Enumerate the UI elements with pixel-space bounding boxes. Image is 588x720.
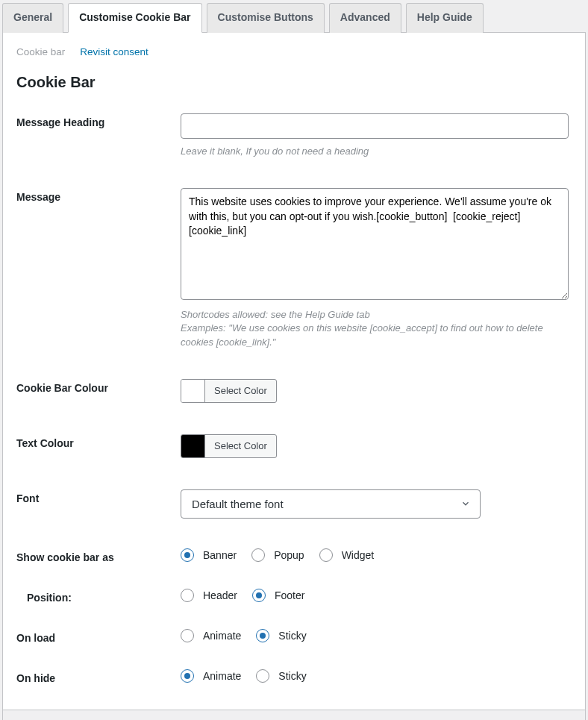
cookie-bar-colour-button-text: Select Color xyxy=(205,380,276,402)
radio-onhide-sticky[interactable] xyxy=(256,669,269,683)
radio-popup-label[interactable]: Popup xyxy=(274,549,304,561)
font-label: Font xyxy=(16,489,181,504)
position-label: Position: xyxy=(16,589,181,604)
message-textarea[interactable] xyxy=(181,188,569,300)
on-load-label: On load xyxy=(16,629,181,644)
radio-onload-animate-label[interactable]: Animate xyxy=(203,630,241,642)
radio-header[interactable] xyxy=(181,589,194,602)
message-heading-label: Message Heading xyxy=(16,113,181,128)
text-colour-label: Text Colour xyxy=(16,434,181,449)
message-heading-help: Leave it blank, If you do not need a hea… xyxy=(181,145,569,158)
subtab-cookie-bar[interactable]: Cookie bar xyxy=(16,46,65,57)
tab-customise-buttons[interactable]: Customise Buttons xyxy=(207,3,325,33)
message-label: Message xyxy=(16,188,181,203)
cookie-bar-colour-label: Cookie Bar Colour xyxy=(16,379,181,394)
radio-onhide-animate[interactable] xyxy=(181,669,194,683)
font-selected-value: Default theme font xyxy=(192,498,284,510)
radio-onhide-animate-label[interactable]: Animate xyxy=(203,670,241,682)
cookie-bar-colour-swatch xyxy=(181,380,205,402)
radio-widget[interactable] xyxy=(319,548,333,562)
radio-onhide-sticky-label[interactable]: Sticky xyxy=(278,670,306,682)
radio-footer-label[interactable]: Footer xyxy=(275,589,304,601)
main-tabs: General Customise Cookie Bar Customise B… xyxy=(0,0,588,32)
radio-onload-sticky-label[interactable]: Sticky xyxy=(278,630,306,642)
chevron-down-icon xyxy=(460,498,471,509)
subtab-revisit-consent[interactable]: Revisit consent xyxy=(80,46,148,57)
message-help: Shortcodes allowed: see the Help Guide t… xyxy=(181,308,569,349)
radio-popup[interactable] xyxy=(251,548,265,562)
radio-banner[interactable] xyxy=(181,548,194,562)
tab-advanced[interactable]: Advanced xyxy=(329,3,401,33)
radio-header-label[interactable]: Header xyxy=(203,589,237,601)
message-heading-input[interactable] xyxy=(181,113,569,139)
sub-tabs: Cookie bar Revisit consent xyxy=(16,46,572,57)
show-as-label: Show cookie bar as xyxy=(16,548,181,563)
radio-footer[interactable] xyxy=(252,589,266,602)
cookie-bar-colour-picker[interactable]: Select Color xyxy=(181,379,277,403)
tab-general[interactable]: General xyxy=(2,3,63,33)
radio-widget-label[interactable]: Widget xyxy=(342,549,375,561)
radio-banner-label[interactable]: Banner xyxy=(203,549,237,561)
footer-bar: Update Settings xyxy=(2,710,586,720)
radio-onload-animate[interactable] xyxy=(181,629,194,642)
section-title: Cookie Bar xyxy=(16,74,572,91)
radio-onload-sticky[interactable] xyxy=(256,629,269,642)
tab-customise-cookie-bar[interactable]: Customise Cookie Bar xyxy=(68,3,201,33)
text-colour-picker[interactable]: Select Color xyxy=(181,434,277,458)
text-colour-swatch xyxy=(181,435,205,457)
text-colour-button-text: Select Color xyxy=(205,435,276,457)
font-select[interactable]: Default theme font xyxy=(181,489,481,519)
on-hide-label: On hide xyxy=(16,669,181,684)
tab-help-guide[interactable]: Help Guide xyxy=(406,3,484,33)
settings-panel: Cookie bar Revisit consent Cookie Bar Me… xyxy=(2,32,586,710)
